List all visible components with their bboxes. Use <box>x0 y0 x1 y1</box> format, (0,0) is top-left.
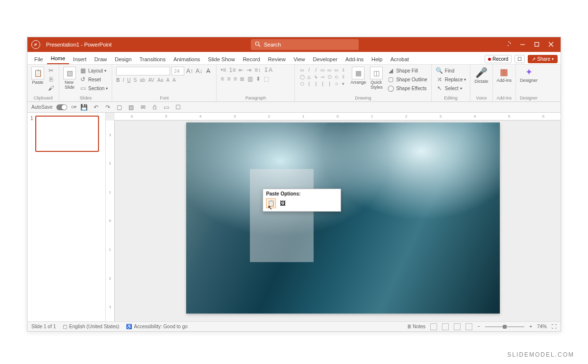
zoom-level[interactable]: 74% <box>537 324 547 329</box>
qat-icon-2[interactable]: ▤ <box>127 103 135 111</box>
numbering-icon[interactable]: 1≡ <box>229 67 236 73</box>
language-status[interactable]: ▢English (United States) <box>63 324 119 329</box>
reset-button[interactable]: ↺Reset <box>79 75 108 83</box>
shape-outline-button[interactable]: ▢Shape Outline <box>387 75 427 83</box>
decrease-font-icon[interactable]: A↓ <box>195 67 203 75</box>
designer-button[interactable]: ✦ Designer <box>520 67 538 83</box>
close-button[interactable] <box>548 42 554 48</box>
underline-button[interactable]: U <box>127 77 130 83</box>
record-button[interactable]: Record <box>485 55 512 63</box>
qat-icon-1[interactable]: ▢ <box>116 103 123 111</box>
bold-button[interactable]: B <box>116 77 120 83</box>
find-button[interactable]: 🔍Find <box>436 67 466 74</box>
justify-icon[interactable]: ≣ <box>240 75 245 82</box>
dictate-button[interactable]: 🎤 Dictate <box>474 67 488 84</box>
shapes-gallery[interactable]: ▭//▭▭▭⇩ ◯△↳⇨⬠◇⇧ ⬡(){}☆▾ <box>299 67 346 87</box>
slide-count[interactable]: Slide 1 of 1 <box>31 324 56 329</box>
tab-file[interactable]: File <box>30 54 47 64</box>
addins-button[interactable]: ▦ Add-ins <box>497 67 512 83</box>
save-icon[interactable]: 💾 <box>80 103 88 111</box>
tab-draw[interactable]: Draw <box>91 54 111 64</box>
align-left-icon[interactable]: ≡ <box>220 75 224 82</box>
paste-use-destination-theme[interactable]: 📋 <box>266 198 276 208</box>
copy-icon[interactable]: ⎘ <box>47 75 55 83</box>
tab-help[interactable]: Help <box>368 54 387 64</box>
shape-effects-button[interactable]: ◯Shape Effects <box>387 84 427 92</box>
arrange-button[interactable]: ▦Arrange <box>350 67 366 85</box>
zoom-slider[interactable] <box>485 326 524 327</box>
tab-transitions[interactable]: Transitions <box>136 54 170 64</box>
text-direction-icon[interactable]: ↧A <box>264 67 272 73</box>
ribbon-group-font: 24 A↑ A↓ A̶ B I U S ab AV Aa A A Font <box>112 65 217 101</box>
tab-slideshow[interactable]: Slide Show <box>204 54 239 64</box>
minimize-button[interactable] <box>520 42 525 48</box>
align-right-icon[interactable]: ≡ <box>233 75 237 82</box>
slideshow-view-icon[interactable] <box>466 323 472 330</box>
reading-view-icon[interactable] <box>454 323 461 330</box>
autosave-toggle[interactable] <box>56 104 67 110</box>
cut-icon[interactable]: ✂ <box>47 67 55 74</box>
tab-developer[interactable]: Developer <box>309 54 342 64</box>
paste-button[interactable]: 📋 Paste <box>31 67 44 85</box>
select-button[interactable]: ↖Select▾ <box>436 84 466 92</box>
change-case-button[interactable]: Aa <box>157 77 163 83</box>
font-color-button[interactable]: A <box>166 77 170 83</box>
smartart-icon[interactable]: ⬚ <box>264 75 269 82</box>
indent-dec-icon[interactable]: ⇤ <box>239 67 244 73</box>
shadow-button[interactable]: ab <box>140 77 145 83</box>
new-slide-button[interactable]: ▧ New Slide <box>63 67 76 90</box>
bullets-icon[interactable]: •≡ <box>220 67 226 73</box>
align-text-icon[interactable]: ⬍ <box>256 75 261 82</box>
tab-addins[interactable]: Add-ins <box>342 54 368 64</box>
tab-home[interactable]: Home <box>47 53 69 64</box>
tab-design[interactable]: Design <box>111 54 135 64</box>
collapse-ribbon-button[interactable]: ☐ <box>514 55 525 63</box>
shape-fill-button[interactable]: ◢Shape Fill <box>387 67 427 74</box>
qat-icon-4[interactable]: ⎙ <box>151 103 159 111</box>
layout-button[interactable]: ▦Layout▾ <box>79 67 108 74</box>
clear-formatting-icon[interactable]: A̶ <box>204 67 212 75</box>
tab-animations[interactable]: Animations <box>170 54 204 64</box>
undo-icon[interactable]: ↶ <box>92 103 100 111</box>
slide-thumbnails-panel[interactable]: 1 <box>27 113 106 321</box>
slide-canvas[interactable]: Paste Options: 📋 🖼 ↖ <box>186 122 500 314</box>
ribbon-display-icon[interactable] <box>505 41 511 48</box>
paste-picture[interactable]: 🖼 <box>278 198 288 208</box>
search-box[interactable]: Search <box>251 39 359 50</box>
addins-icon: ▦ <box>500 67 508 77</box>
qat-icon-3[interactable]: ✉ <box>139 103 147 111</box>
tab-insert[interactable]: Insert <box>69 54 91 64</box>
columns-icon[interactable]: ▥ <box>247 75 253 82</box>
slide-thumbnail-1[interactable] <box>35 116 99 152</box>
normal-view-icon[interactable] <box>430 323 437 330</box>
align-center-icon[interactable]: ≡ <box>227 75 230 82</box>
tab-review[interactable]: Review <box>264 54 290 64</box>
qat-icon-6[interactable]: ☐ <box>174 103 182 111</box>
font-family-selector[interactable] <box>116 67 170 75</box>
strike-button[interactable]: S <box>134 77 137 83</box>
increase-font-icon[interactable]: A↑ <box>186 67 194 75</box>
tab-record[interactable]: Record <box>239 54 264 64</box>
slide-sorter-view-icon[interactable] <box>442 323 449 330</box>
indent-inc-icon[interactable]: ⇥ <box>246 67 251 73</box>
share-button[interactable]: ↗Share▾ <box>528 55 558 63</box>
accessibility-status[interactable]: ♿Accessibility: Good to go <box>126 324 188 329</box>
maximize-button[interactable] <box>534 42 539 48</box>
notes-button[interactable]: ≣ Notes <box>407 324 425 329</box>
tab-view[interactable]: View <box>290 54 309 64</box>
fit-to-window-icon[interactable]: ⛶ <box>552 324 557 329</box>
font-size-selector[interactable]: 24 <box>172 67 184 75</box>
zoom-out-button[interactable]: − <box>477 324 480 329</box>
qat-icon-5[interactable]: ▭ <box>163 103 171 111</box>
zoom-in-button[interactable]: + <box>529 324 532 329</box>
replace-button[interactable]: ⤭Replace▾ <box>436 75 466 83</box>
italic-button[interactable]: I <box>123 77 124 83</box>
section-button[interactable]: ▭Section▾ <box>79 84 108 92</box>
line-spacing-icon[interactable]: ≡↕ <box>254 67 261 73</box>
redo-icon[interactable]: ↷ <box>104 103 112 111</box>
tab-acrobat[interactable]: Acrobat <box>387 54 413 64</box>
format-painter-icon[interactable]: 🖌 <box>47 84 55 92</box>
highlight-button[interactable]: A <box>172 77 176 83</box>
quick-styles-button[interactable]: ◫Quick Styles <box>370 67 383 90</box>
char-spacing-button[interactable]: AV <box>148 77 154 83</box>
